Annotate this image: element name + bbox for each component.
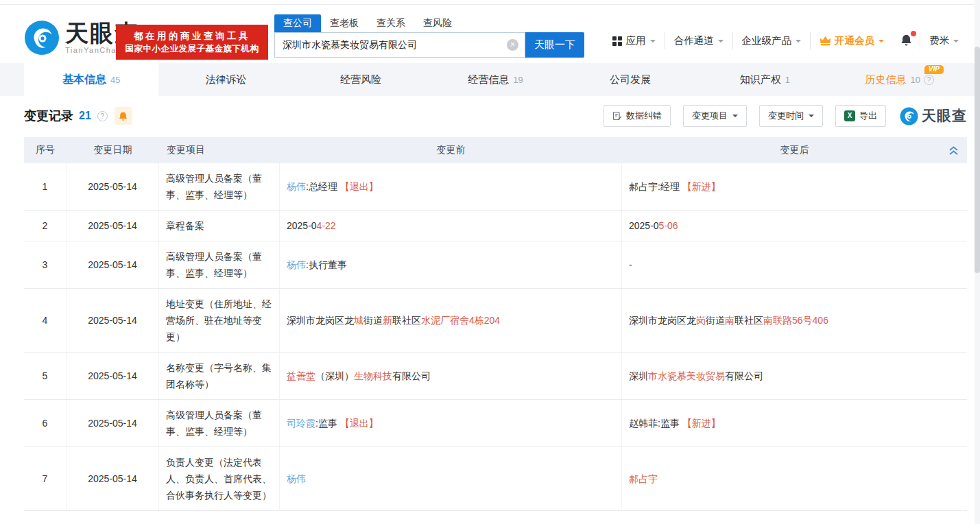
nav-item-1[interactable]: 合作通道	[665, 32, 732, 49]
cell-item: 高级管理人员备案（董事、监事、经理等）	[159, 400, 280, 446]
search-tabs: 查公司查老板查关系查风险	[274, 14, 584, 32]
col-header-item: 变更项目	[159, 137, 280, 163]
cell-seq: 4	[24, 289, 67, 352]
page-scrollbar	[975, 0, 980, 524]
help-icon[interactable]: ?	[97, 111, 108, 121]
person-link[interactable]: 杨伟	[287, 473, 306, 484]
table-row: 62025-05-14高级管理人员备案（董事、监事、经理等）司玲霞:监事 【退出…	[24, 400, 967, 447]
chevron-down-icon	[879, 40, 884, 45]
cell-after: 赵韩菲:监事 【新进】	[622, 400, 967, 446]
help-icon[interactable]: ?	[924, 75, 934, 85]
chevron-down-icon	[953, 40, 959, 45]
watermark-text: 天眼查	[922, 106, 967, 126]
clear-search-icon[interactable]: ×	[507, 39, 518, 51]
diff-text: 【退出】	[340, 181, 379, 192]
cell-item: 名称变更（字号名称、集团名称等）	[159, 353, 280, 399]
toolbar: 数据纠错 变更项目 变更时间 X 导出 天眼查	[591, 105, 967, 127]
tab-知识产权[interactable]: 知识产权1	[697, 63, 832, 96]
col-header-before: 变更前	[280, 137, 622, 163]
cell-item: 高级管理人员备案（董事、监事、经理等）	[159, 163, 280, 210]
cell-date: 2025-05-14	[67, 353, 159, 399]
top-nav: 应用合作通道企业级产品开通会员费米	[603, 32, 968, 49]
notifications-bell[interactable]	[893, 34, 920, 49]
collapse-up-icon[interactable]	[948, 145, 959, 156]
search-tab-2[interactable]: 查关系	[368, 14, 414, 32]
tab-法律诉讼[interactable]: 法律诉讼	[158, 63, 293, 96]
export-button[interactable]: X 导出	[835, 105, 886, 127]
person-link[interactable]: 杨伟	[287, 259, 306, 270]
cell-seq: 2	[24, 211, 67, 241]
cell-seq: 3	[24, 241, 67, 288]
cell-seq: 7	[24, 447, 67, 510]
diff-text: 水泥厂宿舍4栋204	[421, 315, 500, 326]
search-button[interactable]: 天眼一下	[525, 32, 584, 58]
cell-after: 郝占宇	[622, 447, 967, 510]
chevron-down-icon	[796, 40, 801, 45]
tab-count: 1	[785, 75, 790, 85]
cell-item: 高级管理人员备案（董事、监事、经理等）	[159, 241, 280, 288]
cell-before: 益善堂（深圳）生物科技有限公司	[280, 353, 622, 399]
section-header: 变更记录 21 ? 数据纠错 变更项目 变更时间 X 导出	[24, 104, 967, 128]
col-header-date: 变更日期	[67, 137, 159, 163]
cell-after: 2025-05-06	[622, 211, 967, 241]
person-link[interactable]: 司玲霞	[287, 418, 315, 429]
table-row: 52025-05-14名称变更（字号名称、集团名称等）益善堂（深圳）生物科技有限…	[24, 353, 967, 400]
change-project-dropdown[interactable]: 变更项目	[683, 105, 747, 127]
change-records-table: 序号 变更日期 变更项目 变更前 变更后 12025-05-14高级管理人员备案…	[24, 137, 967, 511]
diff-text: 郝占宇	[629, 473, 658, 484]
cell-seq: 5	[24, 353, 67, 399]
col-header-seq: 序号	[24, 137, 67, 163]
diff-text: 5-06	[659, 220, 678, 231]
search-tab-0[interactable]: 查公司	[274, 14, 321, 32]
cell-before: 杨伟	[280, 447, 622, 510]
nav-item-0[interactable]: 应用	[603, 32, 665, 49]
diff-text: 【新进】	[682, 181, 721, 192]
cell-after: 深圳市水瓷慕美妆贸易有限公司	[622, 353, 967, 399]
edit-doc-icon	[612, 111, 622, 121]
tab-历史信息[interactable]: 历史信息10VIP?	[833, 63, 967, 96]
cell-seq: 6	[24, 400, 67, 446]
cell-seq: 1	[24, 163, 67, 210]
table-body: 12025-05-14高级管理人员备案（董事、监事、经理等）杨伟:总经理 【退出…	[24, 163, 967, 511]
nav-item-3[interactable]: 开通会员	[810, 32, 893, 49]
nav-item-5[interactable]: 费米	[920, 32, 968, 49]
notification-badge	[911, 31, 916, 36]
crown-icon	[820, 36, 831, 46]
cell-date: 2025-05-14	[67, 211, 159, 241]
promo-line1: 都在用的商业查询工具	[116, 29, 268, 43]
cell-item: 章程备案	[159, 211, 280, 241]
section-count: 21	[79, 110, 91, 122]
cell-before: 杨伟:总经理 【退出】	[280, 163, 622, 210]
cell-after: 郝占宇:经理 【新进】	[622, 163, 967, 210]
search-input[interactable]	[274, 32, 525, 58]
cell-before: 杨伟:执行董事	[280, 241, 622, 288]
cell-before: 2025-04-22	[280, 211, 622, 241]
main-tab-bar: 基本信息45法律诉讼经营风险经营信息19公司发展知识产权1历史信息10VIP?	[0, 63, 980, 96]
diff-text: 南	[725, 315, 734, 326]
person-link[interactable]: 杨伟	[287, 181, 306, 192]
cell-date: 2025-05-14	[67, 163, 159, 210]
cell-after: 深圳市龙岗区龙岗街道南联社区南联路56号406	[622, 289, 967, 352]
cell-date: 2025-05-14	[67, 400, 159, 446]
tab-count: 19	[513, 75, 523, 85]
nav-item-2[interactable]: 企业级产品	[732, 32, 811, 49]
data-correction-button[interactable]: 数据纠错	[603, 105, 671, 127]
diff-text: 岗	[696, 315, 706, 326]
cell-after: -	[622, 241, 967, 288]
tianyancha-logo-icon	[900, 107, 918, 126]
promo-banner: 都在用的商业查询工具 国家中小企业发展子基金旗下机构	[116, 25, 268, 60]
tab-经营信息[interactable]: 经营信息19	[428, 63, 562, 96]
scrollbar-thumb[interactable]	[975, 47, 980, 273]
diff-text: 市水瓷慕美妆贸易	[648, 370, 725, 381]
change-time-dropdown[interactable]: 变更时间	[759, 105, 823, 127]
cell-date: 2025-05-14	[67, 289, 159, 352]
tab-公司发展[interactable]: 公司发展	[563, 63, 697, 96]
watermark-logo: 天眼查	[900, 106, 967, 126]
tab-基本信息[interactable]: 基本信息45	[24, 63, 158, 96]
search-tab-3[interactable]: 查风险	[414, 14, 461, 32]
subscribe-bell-icon[interactable]	[115, 107, 132, 125]
diff-text: 4-22	[317, 220, 336, 231]
diff-text: 【新进】	[682, 418, 721, 429]
tab-经营风险[interactable]: 经营风险	[294, 63, 428, 96]
search-tab-1[interactable]: 查老板	[321, 14, 368, 32]
